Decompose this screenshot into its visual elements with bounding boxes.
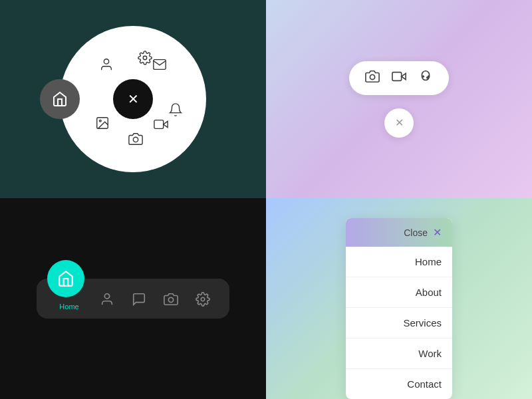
- svg-marker-5: [164, 121, 168, 127]
- svg-rect-6: [154, 120, 164, 129]
- menu-item-contact[interactable]: Contact: [346, 369, 452, 399]
- svg-point-14: [104, 294, 109, 299]
- svg-point-3: [99, 120, 101, 122]
- close-icon: ✕: [128, 91, 139, 107]
- svg-point-16: [201, 297, 205, 301]
- mail-icon[interactable]: [148, 53, 172, 76]
- svg-point-15: [168, 297, 173, 302]
- home-button[interactable]: [40, 79, 80, 119]
- quadrant-bottom-nav: Home: [0, 198, 266, 399]
- menu-item-home[interactable]: Home: [346, 247, 452, 277]
- toolbar-container: [349, 61, 449, 95]
- nav-chat-icon[interactable]: [126, 287, 152, 312]
- svg-point-0: [104, 59, 108, 64]
- quadrant-menu-panel: Close ✕ Home About Services Work Contact: [266, 198, 532, 399]
- image-icon[interactable]: [90, 111, 114, 135]
- menu-close-icon[interactable]: ✕: [433, 226, 442, 239]
- quadrant-toolbar: ✕: [266, 0, 532, 198]
- video-toolbar-icon[interactable]: [392, 69, 406, 87]
- gamepad-toolbar-icon[interactable]: [418, 69, 433, 87]
- menu-panel: Close ✕ Home About Services Work Contact: [346, 218, 452, 399]
- menu-close-label: Close: [404, 227, 428, 238]
- svg-point-7: [370, 74, 374, 79]
- nav-user-icon[interactable]: [94, 287, 120, 312]
- home-fab-button[interactable]: [47, 260, 84, 297]
- menu-item-about[interactable]: About: [346, 277, 452, 308]
- svg-point-13: [427, 76, 428, 78]
- svg-rect-9: [392, 72, 402, 80]
- menu-header: Close ✕: [346, 218, 452, 247]
- menu-item-work[interactable]: Work: [346, 338, 452, 369]
- radial-close-button[interactable]: ✕: [113, 79, 153, 119]
- bottom-nav-container: Home: [37, 279, 229, 319]
- quadrant-radial-menu: ✕: [0, 0, 266, 198]
- close-icon: ✕: [395, 116, 404, 129]
- video-icon[interactable]: [149, 112, 173, 136]
- svg-point-1: [143, 56, 147, 60]
- radial-menu-container: ✕: [60, 26, 206, 172]
- menu-item-services[interactable]: Services: [346, 308, 452, 338]
- user-icon[interactable]: [94, 53, 118, 76]
- nav-camera-icon[interactable]: [158, 287, 184, 312]
- camera-toolbar-icon[interactable]: [365, 69, 380, 87]
- svg-point-4: [133, 137, 138, 142]
- toolbar-close-button[interactable]: ✕: [384, 108, 414, 138]
- svg-marker-8: [402, 73, 406, 79]
- home-nav-label: Home: [59, 303, 78, 311]
- nav-settings-icon[interactable]: [190, 287, 215, 312]
- camera-icon[interactable]: [124, 127, 148, 151]
